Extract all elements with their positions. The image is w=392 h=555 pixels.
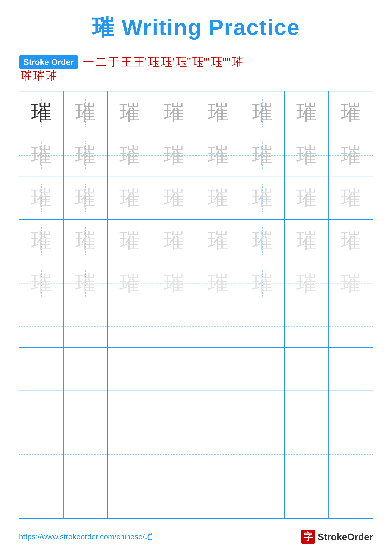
grid-cell-1-6[interactable]: 璀 xyxy=(240,91,285,134)
grid-cell-9-6[interactable] xyxy=(240,433,285,476)
grid-cell-5-3[interactable]: 璀 xyxy=(107,262,152,305)
grid-cell-8-5[interactable] xyxy=(196,390,240,433)
grid-cell-5-2[interactable]: 璀 xyxy=(64,262,108,305)
grid-cell-2-4[interactable]: 璀 xyxy=(152,134,196,177)
grid-cell-4-5[interactable]: 璀 xyxy=(196,219,240,262)
grid-cell-5-7[interactable]: 璀 xyxy=(285,262,329,305)
grid-cell-4-3[interactable]: 璀 xyxy=(107,219,152,262)
grid-cell-5-4[interactable]: 璀 xyxy=(152,262,196,305)
grid-cell-7-4[interactable] xyxy=(152,348,196,390)
stroke-overflow-row: 璀 璀 璀 xyxy=(21,70,373,82)
stroke-order-section: Stroke Order 一 二 于 王 王' 珏 珏' 珏'' 珏''' 珏'… xyxy=(19,52,373,85)
footer-url[interactable]: https://www.strokeorder.com/chinese/璀 xyxy=(19,532,152,542)
grid-cell-10-5[interactable] xyxy=(196,476,240,518)
footer-logo: 字 StrokeOrder xyxy=(301,530,373,544)
grid-cell-5-6[interactable]: 璀 xyxy=(240,262,285,305)
grid-cell-3-8[interactable]: 璀 xyxy=(328,177,373,219)
grid-cell-1-3[interactable]: 璀 xyxy=(107,91,152,134)
grid-cell-8-2[interactable] xyxy=(64,390,108,433)
grid-cell-7-1[interactable] xyxy=(19,348,64,390)
grid-cell-7-8[interactable] xyxy=(328,348,373,390)
grid-cell-8-4[interactable] xyxy=(152,390,196,433)
grid-cell-3-4[interactable]: 璀 xyxy=(152,177,196,219)
practice-char-light3: 璀 xyxy=(164,227,184,255)
grid-cell-9-7[interactable] xyxy=(285,433,329,476)
grid-cell-1-1[interactable]: 璀 xyxy=(19,91,64,134)
grid-cell-9-1[interactable] xyxy=(19,433,64,476)
grid-cell-2-5[interactable]: 璀 xyxy=(196,134,240,177)
grid-cell-2-8[interactable]: 璀 xyxy=(328,134,373,177)
footer: https://www.strokeorder.com/chinese/璀 字 … xyxy=(19,526,373,544)
table-row: 璀 璀 璀 璀 xyxy=(19,219,373,262)
grid-cell-9-8[interactable] xyxy=(328,433,373,476)
grid-cell-1-2[interactable]: 璀 xyxy=(64,91,108,134)
grid-cell-4-8[interactable]: 璀 xyxy=(328,219,373,262)
grid-cell-7-2[interactable] xyxy=(64,348,108,390)
grid-cell-3-6[interactable]: 璀 xyxy=(240,177,285,219)
practice-char-light3: 璀 xyxy=(208,227,228,255)
grid-cell-10-3[interactable] xyxy=(107,476,152,518)
grid-cell-8-3[interactable] xyxy=(107,390,152,433)
grid-cell-4-1[interactable]: 璀 xyxy=(19,219,64,262)
grid-cell-8-1[interactable] xyxy=(19,390,64,433)
grid-cell-5-8[interactable]: 璀 xyxy=(328,262,373,305)
grid-cell-3-2[interactable]: 璀 xyxy=(64,177,108,219)
grid-cell-6-4[interactable] xyxy=(152,305,196,348)
grid-cell-10-7[interactable] xyxy=(285,476,329,518)
grid-cell-2-6[interactable]: 璀 xyxy=(240,134,285,177)
grid-cell-4-2[interactable]: 璀 xyxy=(64,219,108,262)
grid-cell-8-6[interactable] xyxy=(240,390,285,433)
grid-cell-4-4[interactable]: 璀 xyxy=(152,219,196,262)
practice-char-light2: 璀 xyxy=(75,141,96,169)
stroke-4: 王 xyxy=(121,56,132,68)
practice-char-light: 璀 xyxy=(164,99,184,127)
grid-cell-10-6[interactable] xyxy=(240,476,285,518)
grid-cell-3-3[interactable]: 璀 xyxy=(107,177,152,219)
grid-cell-10-8[interactable] xyxy=(328,476,373,518)
logo-text: StrokeOrder xyxy=(318,531,373,542)
grid-cell-1-5[interactable]: 璀 xyxy=(196,91,240,134)
practice-grid: 璀 璀 璀 璀 xyxy=(19,91,373,518)
grid-cell-5-5[interactable]: 璀 xyxy=(196,262,240,305)
grid-cell-6-3[interactable] xyxy=(107,305,152,348)
grid-cell-1-7[interactable]: 璀 xyxy=(285,91,329,134)
grid-cell-7-3[interactable] xyxy=(107,348,152,390)
grid-cell-10-1[interactable] xyxy=(19,476,64,518)
grid-cell-3-1[interactable]: 璀 xyxy=(19,177,64,219)
grid-cell-6-2[interactable] xyxy=(64,305,108,348)
grid-cell-10-4[interactable] xyxy=(152,476,196,518)
grid-cell-1-4[interactable]: 璀 xyxy=(152,91,196,134)
grid-cell-9-2[interactable] xyxy=(64,433,108,476)
grid-cell-6-8[interactable] xyxy=(328,305,373,348)
grid-cell-10-2[interactable] xyxy=(64,476,108,518)
grid-cell-4-6[interactable]: 璀 xyxy=(240,219,285,262)
grid-cell-6-1[interactable] xyxy=(19,305,64,348)
grid-cell-2-2[interactable]: 璀 xyxy=(64,134,108,177)
practice-char-light4: 璀 xyxy=(252,270,273,297)
grid-cell-7-7[interactable] xyxy=(285,348,329,390)
grid-cell-4-7[interactable]: 璀 xyxy=(285,219,329,262)
practice-char-light2: 璀 xyxy=(252,141,273,169)
grid-cell-6-7[interactable] xyxy=(285,305,329,348)
grid-cell-2-1[interactable]: 璀 xyxy=(19,134,64,177)
practice-char-dark: 璀 xyxy=(31,99,51,127)
practice-char-light4: 璀 xyxy=(164,270,184,297)
grid-cell-6-6[interactable] xyxy=(240,305,285,348)
grid-cell-9-4[interactable] xyxy=(152,433,196,476)
practice-char-light3: 璀 xyxy=(341,184,361,212)
grid-cell-3-7[interactable]: 璀 xyxy=(285,177,329,219)
grid-cell-7-5[interactable] xyxy=(196,348,240,390)
grid-cell-9-3[interactable] xyxy=(107,433,152,476)
practice-char-light2: 璀 xyxy=(296,141,317,169)
grid-cell-9-5[interactable] xyxy=(196,433,240,476)
grid-cell-7-6[interactable] xyxy=(240,348,285,390)
grid-cell-5-1[interactable]: 璀 xyxy=(19,262,64,305)
stroke-9: 珏''' xyxy=(192,56,210,68)
grid-cell-6-5[interactable] xyxy=(196,305,240,348)
grid-cell-3-5[interactable]: 璀 xyxy=(196,177,240,219)
grid-cell-2-3[interactable]: 璀 xyxy=(107,134,152,177)
grid-cell-1-8[interactable]: 璀 xyxy=(328,91,373,134)
grid-cell-8-7[interactable] xyxy=(285,390,329,433)
grid-cell-2-7[interactable]: 璀 xyxy=(285,134,329,177)
grid-cell-8-8[interactable] xyxy=(328,390,373,433)
